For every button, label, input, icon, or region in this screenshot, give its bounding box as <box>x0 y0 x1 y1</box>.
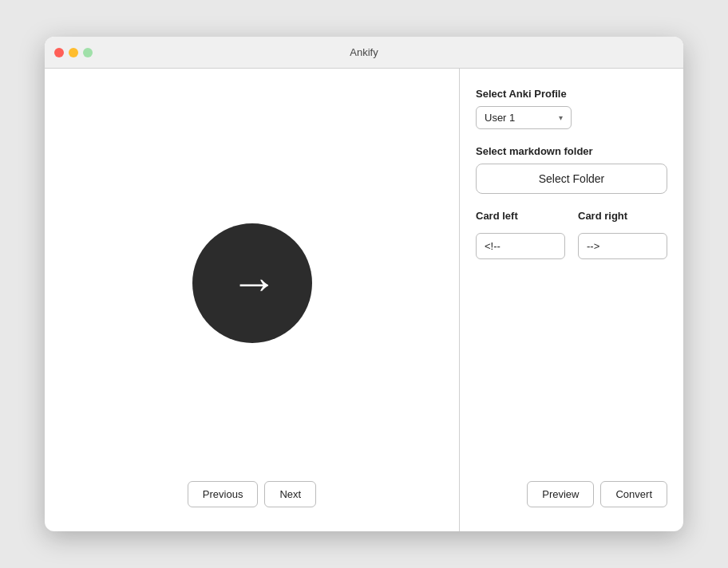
main-content: → Previous Next Select Anki Profile User… <box>45 69 683 531</box>
card-delimiters-section: Card left Card right <box>476 210 667 259</box>
markdown-folder-label: Select markdown folder <box>476 145 667 157</box>
markdown-folder-section: Select markdown folder Select Folder <box>476 145 667 194</box>
select-folder-button[interactable]: Select Folder <box>476 164 667 194</box>
next-button[interactable]: Next <box>264 481 316 507</box>
anki-profile-value: User 1 <box>485 112 515 124</box>
card-right-label: Card right <box>578 210 667 222</box>
card-right-field: Card right <box>578 210 667 259</box>
arrow-right-icon: → <box>231 259 279 307</box>
title-bar: Ankify <box>45 37 683 69</box>
close-button[interactable] <box>54 48 64 57</box>
right-panel-content: Select Anki Profile User 1 ▾ Select mark… <box>476 88 667 259</box>
preview-button[interactable]: Preview <box>527 481 594 507</box>
anki-profile-section: Select Anki Profile User 1 ▾ <box>476 88 667 129</box>
anki-profile-label: Select Anki Profile <box>476 88 667 100</box>
previous-button[interactable]: Previous <box>188 481 259 507</box>
card-left-input[interactable] <box>476 233 565 259</box>
right-panel-buttons: Preview Convert <box>476 481 667 507</box>
arrow-circle: → <box>192 223 312 343</box>
app-window: Ankify → Previous Next Select Anki Profi… <box>45 37 683 531</box>
anki-profile-dropdown[interactable]: User 1 ▾ <box>476 106 572 129</box>
left-panel-center: → <box>192 85 312 481</box>
traffic-lights <box>54 48 93 57</box>
left-panel-buttons: Previous Next <box>188 481 316 507</box>
window-title: Ankify <box>350 46 378 58</box>
right-panel: Select Anki Profile User 1 ▾ Select mark… <box>460 69 683 531</box>
convert-button[interactable]: Convert <box>600 481 667 507</box>
card-left-label: Card left <box>476 210 565 222</box>
maximize-button[interactable] <box>83 48 93 57</box>
card-left-field: Card left <box>476 210 565 259</box>
minimize-button[interactable] <box>69 48 78 57</box>
card-row: Card left Card right <box>476 210 667 259</box>
chevron-down-icon: ▾ <box>559 113 563 122</box>
left-panel: → Previous Next <box>45 69 460 531</box>
card-right-input[interactable] <box>578 233 667 259</box>
